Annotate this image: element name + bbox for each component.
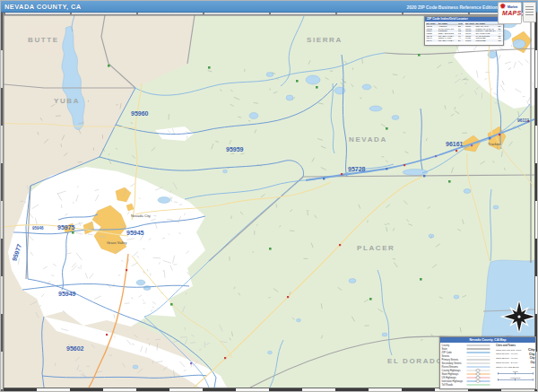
zip-index-row: 95949GRASS VALLEYB4 (426, 39, 464, 42)
marketmaps-logo: ✹ Market MAPS (498, 2, 536, 24)
zip-index-table: ZIP CodeZIP NameGrid95602AUBURNB595712CH… (425, 22, 504, 42)
logo-side-card (523, 2, 536, 22)
logo-brand-prefix: Market (508, 5, 517, 9)
zip-index-row: 96161TRUCKEEG2 (465, 39, 504, 42)
map-page: BUTTEYUBASIERRANEVADAPLACEREL DORADO9596… (0, 0, 538, 392)
zip-index-box: ZIP Code Index/Grid Locator ZIP CodeZIP … (424, 16, 504, 46)
legend-scale-bar-kilometers: Kilometers (496, 376, 535, 381)
zip-index-column: ZIP CodeZIP NameGrid95602AUBURNB595712CH… (426, 22, 464, 42)
logo-brand: MAPS (502, 10, 521, 16)
zip-index-column: ZIP CodeZIP NameGrid95959NEVADA CITYD295… (465, 22, 504, 42)
county-map-canvas (1, 1, 538, 392)
grid-ruler-left (1, 13, 4, 391)
title-bar: NEVADA COUNTY, CA 2020 ZIP Code Business… (1, 1, 538, 13)
legend-item-toll-roads: Toll Roads (442, 383, 494, 387)
page-title: NEVADA COUNTY, CA (4, 3, 82, 11)
edition-label: 2020 ZIP Code Business Reference Edition (406, 4, 498, 10)
grid-ruler-right (534, 13, 537, 391)
legend-body: CountyStateZIP CodeStreetsPrimary Street… (440, 343, 536, 389)
logo-card: ✹ Market MAPS (498, 2, 522, 24)
legend-city-size-item: Cities 9,999 and BelowCity (496, 364, 535, 369)
legend-box: Nevada County, CA Map CountyStateZIP Cod… (439, 336, 536, 389)
legend-scale-bar-miles: Miles (496, 370, 535, 375)
grid-ruler-top (4, 13, 534, 15)
